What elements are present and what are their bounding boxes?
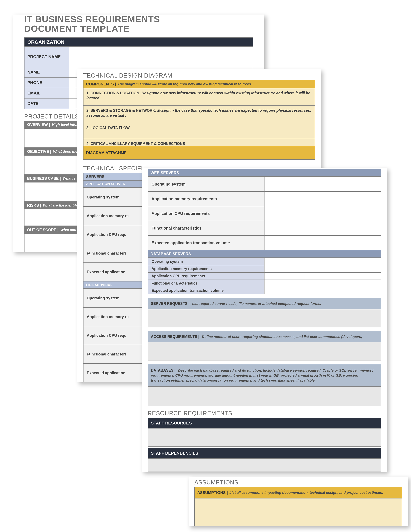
access-requirements-desc: Define number of users requiring simulta…: [202, 335, 362, 339]
staff-resources-header: STAFF RESOURCES: [148, 418, 381, 428]
db-tx: Expected application transaction volume: [148, 287, 264, 294]
risks-label: RISKS |: [27, 203, 41, 208]
tdd-heading: TECHNICAL DESIGN DIAGRAM: [77, 70, 321, 80]
ws-func: Functional characteristics: [148, 221, 264, 236]
overview-desc: High-level infor: [52, 123, 78, 127]
row4-prefix: 4. CRITICAL ANCILLARY EQUIPMENT & CONNEC…: [86, 142, 185, 146]
access-requirements-label: ACCESS REQUIREMENTS |: [151, 334, 199, 339]
doc-title-line1: IT BUSINESS REQUIREMENTS: [24, 15, 264, 24]
ws-func-val[interactable]: [264, 221, 381, 236]
db-tx-val[interactable]: [264, 287, 381, 294]
staff-dependencies-header: STAFF DEPENDENCIES: [148, 448, 381, 459]
components-row-4: 4. CRITICAL ANCILLARY EQUIPMENT & CONNEC…: [83, 139, 315, 146]
ws-mem: Application memory requirements: [148, 191, 264, 206]
db-cpu-val[interactable]: [264, 272, 381, 280]
databases-desc: Describe each database required and its …: [151, 368, 374, 382]
diagram-attachment-bar: DIAGRAM ATTACHME: [83, 146, 315, 160]
access-requirements-bar: ACCESS REQUIREMENTS | Define number of u…: [148, 331, 381, 342]
assumptions-heading: ASSUMPTIONS: [188, 477, 408, 487]
ws-tx-val[interactable]: [264, 236, 381, 250]
ws-mem-val[interactable]: [264, 191, 381, 206]
staff-resources-input[interactable]: [148, 428, 381, 446]
components-row-2: 2. SERVERS & STORAGE & NETWORK: Except i…: [83, 106, 315, 123]
page-3: WEB SERVERS Operating system Application…: [142, 168, 387, 472]
doc-title-line2: DOCUMENT TEMPLATE: [24, 24, 264, 34]
risks-desc: What are the identifie: [43, 203, 79, 208]
assumptions-bar: ASSUMPTIONS | List all assumptions impac…: [194, 487, 402, 498]
objective-label: OBJECTIVE |: [27, 149, 51, 154]
objective-desc: What does the: [53, 150, 77, 154]
page-4: ASSUMPTIONS ASSUMPTIONS | List all assum…: [188, 476, 408, 526]
db-servers-header: DATABASE SERVERS: [148, 250, 381, 258]
resource-requirements-heading: RESOURCE REQUIREMENTS: [142, 406, 387, 418]
row1-prefix: 1. CONNECTION & LOCATION:: [86, 91, 140, 95]
server-requests-bar: SERVER REQUESTS | List required server n…: [148, 298, 381, 309]
db-cpu: Application CPU requirements: [148, 272, 264, 280]
overview-label: OVERVIEW |: [27, 122, 50, 127]
components-label: COMPONENTS |: [86, 82, 116, 86]
db-os: Operating system: [148, 258, 264, 265]
assumptions-label: ASSUMPTIONS |: [197, 490, 228, 495]
ws-os: Operating system: [148, 177, 264, 191]
databases-bar: DATABASES | Describe each database requi…: [148, 364, 381, 387]
organization-header: ORGANIZATION: [24, 38, 253, 47]
businesscase-label: BUSINESS CASE |: [27, 176, 61, 181]
doc-title: IT BUSINESS REQUIREMENTS DOCUMENT TEMPLA…: [13, 15, 264, 38]
components-row-1: 1. CONNECTION & LOCATION: Designate how …: [83, 88, 315, 106]
staff-dependencies-input[interactable]: [148, 459, 381, 472]
web-servers-header: WEB SERVERS: [148, 169, 381, 177]
server-requests-desc: List required server needs, file names, …: [192, 302, 321, 306]
field-project-name-label: PROJECT NAME: [24, 47, 69, 67]
outofscope-label: OUT OF SCOPE |: [27, 228, 58, 232]
row2-prefix: 2. SERVERS & STORAGE & NETWORK:: [86, 108, 156, 113]
field-date-label: DATE: [24, 98, 69, 109]
field-phone-label: PHONE: [24, 77, 69, 88]
field-project-name-value[interactable]: [69, 47, 253, 67]
outofscope-desc: What acti: [60, 228, 76, 232]
ws-cpu: Application CPU requirements: [148, 206, 264, 221]
db-mem-val[interactable]: [264, 265, 381, 272]
db-os-val[interactable]: [264, 258, 381, 265]
db-func: Functional characteristics: [148, 280, 264, 287]
server-requests-input[interactable]: [148, 309, 381, 327]
businesscase-desc: What is t: [63, 176, 77, 180]
assumptions-input[interactable]: [194, 498, 402, 526]
db-mem: Application memory requirements: [148, 265, 264, 272]
web-servers-table: Operating system Application memory requ…: [148, 177, 381, 250]
ws-tx: Expected application transaction volume: [148, 236, 264, 250]
field-name-label: NAME: [24, 67, 69, 77]
components-desc: The diagram should illustrate all requir…: [118, 82, 253, 86]
diagram-attachment-label: DIAGRAM ATTACHME: [86, 151, 127, 155]
assumptions-desc: List all assumptions impacting documenta…: [229, 491, 383, 495]
ws-os-val[interactable]: [264, 177, 381, 191]
db-func-val[interactable]: [264, 280, 381, 287]
field-email-label: EMAIL: [24, 88, 69, 98]
databases-label: DATABASES |: [151, 368, 176, 372]
server-requests-label: SERVER REQUESTS |: [151, 302, 189, 306]
row3-prefix: 3. LOGICAL DATA FLOW: [86, 126, 130, 130]
components-bar: COMPONENTS | The diagram should illustra…: [83, 80, 315, 88]
access-requirements-input[interactable]: [148, 342, 381, 361]
db-servers-table: Operating system Application memory requ…: [148, 258, 381, 294]
components-row-3: 3. LOGICAL DATA FLOW: [83, 123, 315, 139]
ws-cpu-val[interactable]: [264, 206, 381, 221]
databases-input[interactable]: [148, 387, 381, 406]
